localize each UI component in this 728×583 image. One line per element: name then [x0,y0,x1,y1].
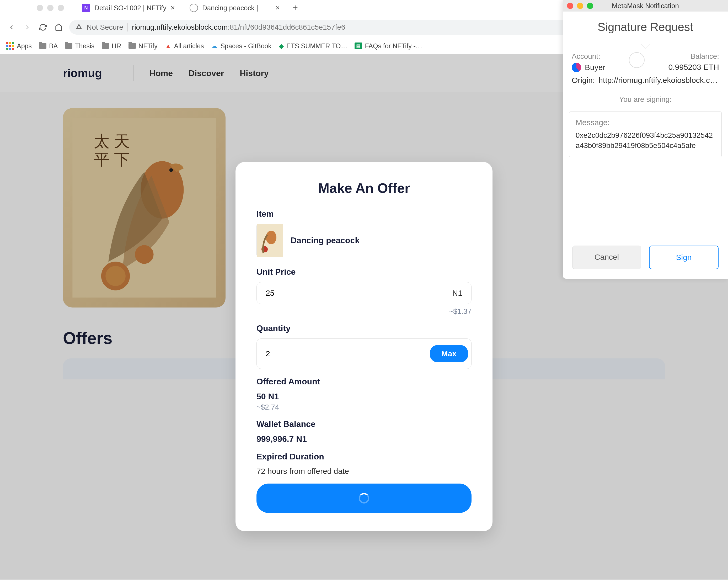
item-label: Item [257,209,471,219]
mm-site-avatar-icon [629,52,645,68]
browser-tab-2[interactable]: Dancing peacock | × [182,0,287,16]
bookmark-link[interactable]: ▲All articles [165,42,204,50]
mm-message-box: Message: 0xe2c0dc2b976226f093f4bc25a9013… [569,111,722,157]
metamask-titlebar: MetaMask Notification [563,0,728,11]
close-icon[interactable]: × [276,4,280,12]
sheets-icon: ▦ [355,43,362,49]
favicon-globe-icon [190,4,198,12]
expired-value: 72 hours from offered date [257,467,471,476]
warning-icon [76,23,82,31]
mm-account-balance-row: Account: Buyer Balance: 0.995203 ETH [572,52,719,73]
mm-balance-label: Balance: [669,52,719,60]
bookmark-folder[interactable]: HR [102,42,121,50]
cloud-icon: ☁ [211,42,218,50]
browser-tab-1[interactable]: N Detail SO-1002 | NFTify × [75,0,182,16]
folder-icon [39,43,46,49]
max-button[interactable]: Max [430,345,468,362]
metamask-body: Account: Buyer Balance: 0.995203 ETH Ori… [563,44,728,162]
traffic-max-icon[interactable] [58,5,64,11]
offered-amount-usd: ~$2.74 [257,403,471,411]
unit-price-input-row: N1 [257,282,471,304]
unit-price-usd: ~$1.37 [257,307,471,315]
apps-button[interactable]: Apps [6,42,32,50]
url-text: riomug.nftify.ekoiosblock.com:81/nft/60d… [132,23,345,31]
quantity-input[interactable] [266,349,430,358]
submit-offer-button[interactable] [257,484,471,513]
currency-label: N1 [452,288,462,298]
mm-origin-url: http://riomug.nftify.ekoiosblock.c… [598,76,718,85]
loading-spinner-icon [359,493,369,504]
drive-icon: ◆ [279,42,284,50]
metamask-window-title: MetaMask Notification [563,2,728,10]
account-identicon-icon [572,63,581,72]
mm-account-label: Account: [572,52,605,60]
bookmark-folder[interactable]: BA [39,42,58,50]
svg-point-9 [266,231,277,244]
expired-label: Expired Duration [257,452,471,461]
item-row: Dancing peacock [257,224,471,257]
mm-message-hash: 0xe2c0dc2b976226f093f4bc25a90132542a43b0… [576,130,715,151]
mm-account: Buyer [572,63,605,72]
unit-price-label: Unit Price [257,267,471,277]
bookmark-folder[interactable]: NFTify [129,42,158,50]
folder-icon [102,43,109,49]
cancel-button[interactable]: Cancel [572,246,641,269]
item-thumbnail [257,224,283,257]
window-controls [37,5,75,11]
apps-label: Apps [17,42,32,50]
back-button[interactable] [6,22,17,32]
mm-account-name: Buyer [585,63,605,72]
wallet-balance-label: Wallet Balance [257,419,471,429]
unit-price-input[interactable] [266,288,452,298]
make-offer-modal: Make An Offer Item Dancing peacock Unit … [235,162,493,531]
folder-icon [129,43,136,49]
modal-title: Make An Offer [257,180,471,196]
reload-button[interactable] [38,22,48,32]
quantity-label: Quantity [257,324,471,333]
security-status: Not Secure [86,23,128,31]
item-name: Dancing peacock [291,236,360,245]
metamask-header: Signature Request [563,11,728,44]
mm-origin-row: Origin: http://riomug.nftify.ekoiosblock… [572,76,719,85]
mm-message-label: Message: [576,118,715,127]
tab-title: Detail SO-1002 | NFTify [95,4,166,12]
mm-balance-value: 0.995203 ETH [669,63,719,72]
triangle-icon: ▲ [165,42,172,50]
new-tab-button[interactable]: + [287,2,303,14]
bookmark-folder[interactable]: Thesis [65,42,95,50]
apps-icon [6,42,14,50]
mm-origin-label: Origin: [572,76,595,85]
mm-footer: Cancel Sign [563,236,728,279]
traffic-close-icon[interactable] [37,5,43,11]
home-button[interactable] [53,22,64,32]
metamask-window: MetaMask Notification Signature Request … [563,0,728,279]
folder-icon [65,43,72,49]
bookmark-link[interactable]: ◆ETS SUMMER TO… [279,42,347,50]
forward-button[interactable] [22,22,32,32]
traffic-min-icon[interactable] [47,5,53,11]
tab-title: Dancing peacock | [202,4,258,12]
close-icon[interactable]: × [171,4,175,12]
mm-signing-label: You are signing: [572,95,719,104]
bookmark-link[interactable]: ▦FAQs for NFTify -… [355,42,422,50]
offered-amount-value: 50 N1 [257,392,471,401]
sign-button[interactable]: Sign [649,246,719,269]
favicon-nftify-icon: N [82,4,90,12]
quantity-input-row: Max [257,338,471,369]
wallet-balance-value: 999,996.7 N1 [257,434,471,444]
bookmark-link[interactable]: ☁Spaces - GitBook [211,42,271,50]
offered-amount-label: Offered Amount [257,377,471,386]
